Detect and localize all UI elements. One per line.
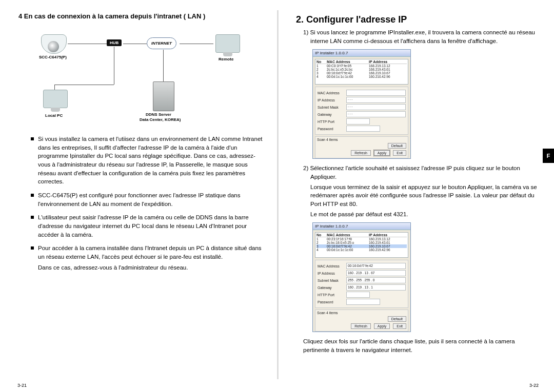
page-number-right: 3-22	[529, 383, 539, 388]
ipwin1-fields: MAC Address IP Address· · · Subnet Mask·…	[315, 87, 408, 135]
gateway-label: Gateway	[318, 286, 344, 290]
bullet-3: L'utilisateur peut saisir l'adresse IP d…	[31, 213, 263, 239]
ip-label: IP Address	[318, 98, 344, 102]
ip-installer-window-2: IP Installer 1.0.0.7 No MAC Address IP A…	[312, 222, 411, 332]
ip-installer-window-1: IP Installer 1.0.0.7 No MAC Address IP A…	[312, 49, 411, 159]
exit-button[interactable]: Exit	[393, 150, 406, 156]
subnet-input[interactable]: 255 . 255 . 255 . 0	[346, 277, 406, 283]
mac-label: MAC Address	[318, 91, 344, 95]
gateway-input[interactable]: 160 . 219 . 13 . 1	[346, 284, 406, 291]
gateway-label: Gateway	[318, 113, 344, 116]
step-2-text: Sélectionnez l'article souhaité et saisi…	[310, 165, 520, 180]
list-item-selected[interactable]: 300:16:0d:f7:fe:42160.219.10.67	[316, 244, 407, 248]
side-tab: F	[543, 149, 554, 163]
gateway-input[interactable]: · · ·	[346, 111, 406, 117]
local-pc-label: Local PC	[45, 113, 63, 118]
http-label: HTTP Port	[318, 293, 344, 297]
mac-input[interactable]: 00:16:0d:f7:fe:42	[346, 263, 406, 269]
step-2b: Lorsque vous terminez de la saisir et ap…	[310, 183, 538, 209]
bullet-1: Si vous installez la camera et l'utiisez…	[31, 135, 263, 186]
section-title: 2. Configurer l'adresse IP	[296, 14, 538, 25]
ipwin2-scan: Scan 4 items Default Refresh Apply Exit	[315, 310, 408, 332]
step-1: 1) Si vous lancez le programme IPInstall…	[303, 28, 538, 45]
ip-label: IP Address	[318, 272, 344, 275]
ipwin2-hdr-no: No	[316, 233, 324, 237]
default-button[interactable]: Default	[388, 316, 406, 322]
ipwin1-hdr-mac: MAC Address	[327, 60, 366, 64]
ddns-label-2: Data Center, KOREA)	[140, 117, 181, 122]
list-item[interactable]: 400:0d:1c:1c:1c:60160.210.42.96	[316, 75, 407, 78]
apply-button[interactable]: Apply	[374, 323, 390, 329]
http-input[interactable]	[346, 118, 370, 125]
ipwin2-fields: MAC Address00:16:0d:f7:fe:42 IP Address1…	[315, 260, 408, 308]
subnet-input[interactable]: · · ·	[346, 104, 406, 110]
scan-text: Scan 4 items	[317, 311, 338, 315]
list-item[interactable]: 22c:bc:1c:x5:2c:bc168.219.43.61	[316, 68, 407, 71]
ipwin2-hdr-mac: MAC Address	[327, 233, 366, 237]
list-item[interactable]: 300:16:0d:f7:fe:42168.219.10.67	[316, 71, 407, 75]
ipwin1-list[interactable]: No MAC Address IP Address 100:C0:1f:f7:f…	[315, 59, 408, 85]
refresh-button[interactable]: Refresh	[351, 323, 371, 329]
ddns-server-icon	[153, 81, 174, 111]
subnet-label: Subnet Mask	[318, 106, 344, 109]
lan-bullet-list: Si vous installez la camera et l'utiisez…	[31, 135, 263, 261]
scan-text: Scan 4 items	[317, 138, 338, 141]
ipwin2-title: IP Installer 1.0.0.7	[313, 223, 410, 230]
step-1-lead: 1)	[303, 29, 308, 35]
camera-icon	[41, 34, 67, 54]
camera-model-label: SCC-C6475(P)	[39, 55, 67, 59]
exit-button[interactable]: Exit	[393, 323, 406, 329]
step-2: 2) Sélectionnez l'article souhaité et sa…	[303, 164, 538, 181]
bullet-2: SCC-C6475(P) est configuré pour fonction…	[31, 191, 263, 208]
ipwin2-list[interactable]: No MAC Address IP Address 100:23:1f:16:1…	[315, 232, 408, 258]
internet-label: INTERNET	[147, 37, 176, 49]
remote-label: Remote	[219, 57, 233, 61]
password-input[interactable]	[346, 299, 380, 305]
password-input[interactable]	[346, 126, 380, 132]
http-label: HTTP Port	[318, 120, 344, 123]
apply-button[interactable]: Apply	[374, 150, 390, 156]
ddns-label-1: DDNS Server	[146, 112, 171, 117]
refresh-button[interactable]: Refresh	[351, 150, 371, 156]
page-right: 2. Configurer l'adresse IP 1) Si vous la…	[277, 10, 554, 379]
ip-input[interactable]: 160 . 219 . 13 . 67	[346, 270, 406, 276]
step-1-text: Si vous lancez le programme IPInstaller.…	[310, 29, 535, 44]
remote-pc-icon	[215, 34, 240, 53]
local-pc-icon	[43, 90, 68, 108]
after-bullets: Dans ce cas, adressez-vous à l'administr…	[38, 263, 263, 272]
subnet-label: Subnet Mask	[318, 279, 344, 282]
list-item[interactable]: 400:0d:1c:1c:1c:60160.219.42.96	[316, 248, 407, 252]
ipwin1-title: IP Installer 1.0.0.7	[313, 50, 410, 57]
ipwin1-scan: Scan 4 items Default Refresh Apply Exit	[315, 136, 408, 158]
page-left: 4 En cas de connexion à la camera depuis…	[0, 10, 277, 379]
bullet-4: Pour accéder à la camera installée dans …	[31, 244, 263, 261]
password-label: Password	[318, 300, 344, 304]
list-item[interactable]: 100:C0:1f:f7:fe:05168.219.13.12	[316, 64, 407, 68]
heading-4: 4 En cas de connexion à la camera depuis…	[18, 12, 263, 20]
ipwin2-hdr-ip: IP Address	[369, 233, 387, 237]
ipwin1-hdr-ip: IP Address	[369, 60, 387, 64]
step-3: Cliquez deux fois sur l'article dans cha…	[303, 337, 538, 354]
page-number-left: 3-21	[17, 383, 27, 388]
default-button[interactable]: Default	[388, 143, 406, 149]
mac-label: MAC Address	[318, 264, 344, 268]
ip-input[interactable]: · · ·	[346, 97, 406, 103]
ipwin1-hdr-no: No	[316, 60, 324, 64]
step-2-lead: 2)	[303, 165, 308, 171]
password-label: Password	[318, 127, 344, 131]
network-diagram: SCC-C6475(P) HUB INTERNET Remote Local P…	[38, 25, 248, 128]
hub-label: HUB	[107, 39, 122, 46]
step-2c: Le mot de passé par défaut est 4321.	[310, 210, 538, 219]
http-input[interactable]	[346, 292, 370, 298]
list-item[interactable]: 22c:bc:18:0:x5:25:o160.219.43.61	[316, 241, 407, 244]
mac-input[interactable]	[346, 90, 406, 96]
list-item[interactable]: 100:23:1f:16:17:f8160.219.13.12	[316, 237, 407, 241]
